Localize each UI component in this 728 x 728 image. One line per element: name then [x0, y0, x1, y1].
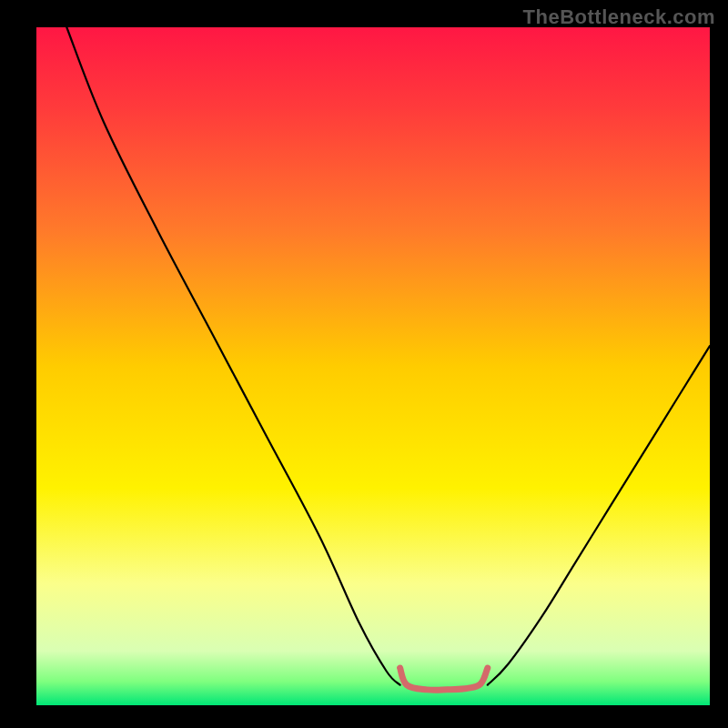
plot-background: [36, 27, 710, 705]
bottleneck-chart: [0, 0, 728, 728]
chart-frame: TheBottleneck.com: [0, 0, 728, 728]
